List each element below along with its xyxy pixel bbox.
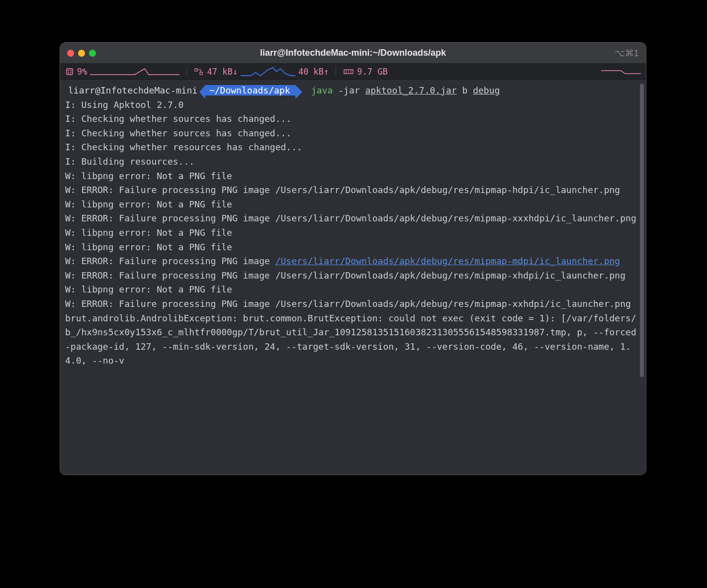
window-title: liarr@InfotechdeMac-mini:~/Downloads/apk [60, 48, 646, 58]
output-line: W: ERROR: Failure processing PNG image /… [65, 270, 625, 281]
svg-rect-2 [195, 69, 197, 71]
svg-rect-0 [67, 69, 73, 75]
output-line: I: Building resources... [65, 156, 194, 167]
maximize-window-button[interactable] [89, 50, 96, 57]
ram-value: 9.7 GB [357, 67, 387, 77]
traffic-lights [67, 50, 96, 57]
output-line: W: ERROR: Failure processing PNG image /… [65, 298, 631, 309]
prompt-user-host: liarr@InfotechdeMac-mini [65, 85, 200, 96]
ram-spark [601, 67, 641, 77]
minimize-window-button[interactable] [78, 50, 85, 57]
output-line: W: ERROR: Failure processing PNG image /… [65, 185, 620, 195]
output-path-link[interactable]: /Users/liarr/Downloads/apk/debug/res/mip… [275, 256, 620, 266]
cpu-spark [90, 67, 179, 77]
net-down-spark [241, 67, 295, 77]
output-line: W: libpng error: Not a PNG file [65, 242, 232, 252]
terminal-output[interactable]: liarr@InfotechdeMac-mini ~/Downloads/apk… [60, 80, 646, 475]
output-line: W: libpng error: Not a PNG file [65, 199, 232, 209]
output-line: brut.androlib.AndrolibException: brut.co… [65, 313, 636, 366]
output-line: W: libpng error: Not a PNG file [65, 171, 232, 181]
output-line: W: libpng error: Not a PNG file [65, 227, 232, 238]
output-line: I: Checking whether sources has changed.… [65, 128, 291, 138]
cpu-percent: 9% [77, 67, 87, 77]
svg-rect-1 [68, 70, 71, 73]
titlebar: liarr@InfotechdeMac-mini:~/Downloads/apk… [60, 43, 646, 64]
net-down: 47 kB↓ [207, 67, 237, 77]
output-line: I: Checking whether sources has changed.… [65, 113, 291, 124]
net-icon [194, 67, 204, 77]
output-line: W: ERROR: Failure processing PNG image /… [65, 213, 636, 223]
cmd-flag: -jar [338, 85, 359, 96]
scrollbar-thumb[interactable] [640, 84, 644, 377]
cmd-java: java [311, 85, 333, 96]
ram-icon [343, 67, 354, 77]
cmd-jar: apktool_2.7.0.jar [365, 85, 456, 96]
window-shortcut-hint: ⌥⌘1 [615, 48, 639, 59]
output-line: I: Checking whether resources has change… [65, 142, 302, 152]
svg-rect-3 [200, 72, 202, 75]
output-line: W: ERROR: Failure processing PNG image [65, 256, 275, 266]
output-line: I: Using Apktool 2.7.0 [65, 99, 183, 110]
cpu-icon [65, 67, 74, 77]
cmd-b: b [462, 85, 468, 96]
net-up: 40 kB↑ [298, 67, 329, 77]
status-bar: 9% 47 kB↓ 40 kB↑ 9.7 GB [60, 64, 646, 80]
cmd-target: debug [473, 85, 500, 96]
close-window-button[interactable] [67, 50, 74, 57]
terminal-window: liarr@InfotechdeMac-mini:~/Downloads/apk… [60, 42, 646, 475]
output-line: W: libpng error: Not a PNG file [65, 284, 232, 294]
prompt-path: ~/Downloads/apk [205, 85, 295, 96]
